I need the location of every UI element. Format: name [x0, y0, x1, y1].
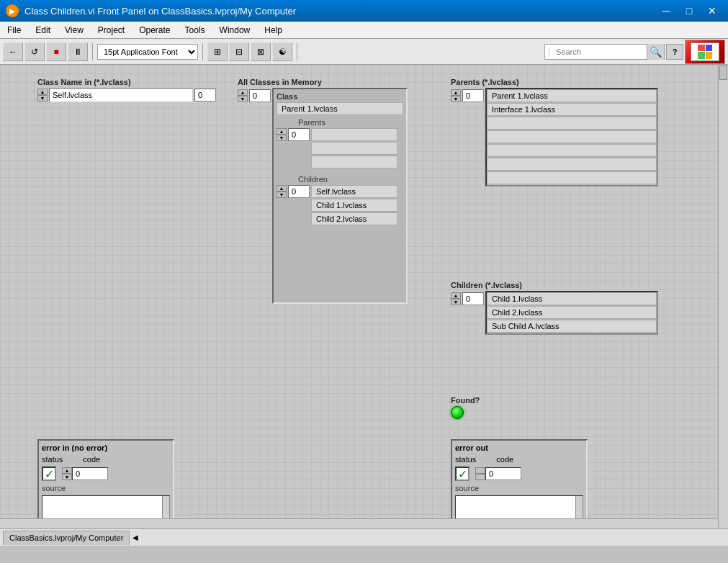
app-icon: ▶: [6, 4, 19, 17]
close-button[interactable]: ✕: [702, 4, 722, 18]
child-out-1[interactable]: Child 2.lvclass: [487, 306, 657, 319]
found-label: Found?: [451, 396, 480, 405]
parents-inner-up[interactable]: ▲: [277, 128, 287, 135]
parent-out-4[interactable]: [487, 144, 657, 157]
all-classes-label: All Classes in Memory: [238, 78, 410, 86]
error-out-code-down-placeholder: [475, 474, 485, 480]
menu-window[interactable]: Window: [212, 22, 258, 38]
all-classes-up-arrow[interactable]: ▲: [238, 89, 248, 96]
class-inner-label: Class: [277, 92, 403, 101]
error-in-code-down[interactable]: ▼: [62, 474, 72, 480]
search-input[interactable]: [553, 48, 647, 56]
menu-project[interactable]: Project: [91, 22, 132, 38]
children-out-arrows[interactable]: ▲ ▼: [451, 292, 461, 305]
parents-out-arrows[interactable]: ▲ ▼: [451, 89, 461, 102]
children-inner-numeric[interactable]: 0: [288, 185, 310, 198]
child-out-0[interactable]: Child 1.lvclass: [487, 292, 657, 305]
children-inner-label: Children: [298, 175, 403, 184]
menu-view[interactable]: View: [58, 22, 91, 38]
parent-out-0[interactable]: Parent 1.lvclass: [487, 89, 657, 102]
stop-button[interactable]: ■: [46, 42, 66, 61]
scroll-thumb[interactable]: [719, 66, 727, 80]
children-out-numeric[interactable]: 0: [462, 292, 484, 305]
all-classes-numeric-arrows[interactable]: ▲ ▼: [238, 89, 248, 102]
menu-operate[interactable]: Operate: [132, 22, 177, 38]
children-out-up[interactable]: ▲: [451, 292, 461, 299]
child-inner-item-2[interactable]: Child 2.lvclass: [311, 212, 397, 225]
error-in-status-label: status: [42, 455, 63, 464]
children-inner-arrows[interactable]: ▲ ▼: [277, 185, 287, 198]
resize-button[interactable]: ⊠: [251, 42, 271, 61]
class-name-numeric[interactable]: 0: [194, 89, 216, 102]
error-out-row: status code: [455, 455, 583, 464]
child-out-2[interactable]: Sub Child A.lvclass: [487, 320, 657, 333]
children-out-label: Children (*.lvclass): [451, 281, 660, 289]
children-inner-down[interactable]: ▼: [277, 192, 287, 198]
parents-out-control: ▲ ▼ 0 Parent 1.lvclass Interface 1.lvcla…: [451, 88, 660, 186]
error-out-source-label: source: [455, 484, 583, 492]
error-out-values: ✓ 0: [455, 467, 583, 481]
minimize-button[interactable]: ─: [656, 4, 676, 18]
parent-out-2[interactable]: [487, 117, 657, 130]
parent-out-1[interactable]: Interface 1.lvclass: [487, 103, 657, 116]
parents-out-list: Parent 1.lvclass Interface 1.lvclass: [485, 88, 658, 186]
separator-1: [92, 43, 93, 60]
class-name-value[interactable]: Self.lvclass: [49, 88, 193, 102]
parents-out-down[interactable]: ▼: [451, 96, 461, 102]
children-out-down[interactable]: ▼: [451, 299, 461, 305]
menu-tools[interactable]: Tools: [178, 22, 212, 38]
parent-out-6[interactable]: [487, 171, 657, 184]
parent-inner-item-2[interactable]: [311, 156, 397, 168]
search-divider: |: [545, 48, 553, 55]
error-in-code-arrows[interactable]: ▲ ▼: [62, 467, 72, 480]
class-name-control: ▲ ▼ Self.lvclass 0: [37, 88, 216, 102]
all-classes-down-arrow[interactable]: ▼: [238, 96, 248, 102]
run-back-button[interactable]: ←: [3, 42, 23, 61]
error-out-code-arrows: [475, 467, 485, 480]
main-scrollbar-vertical[interactable]: [718, 65, 728, 528]
parents-inner-numeric[interactable]: 0: [288, 128, 310, 141]
child-inner-item-0[interactable]: Self.lvclass: [311, 185, 397, 198]
children-out-list: Child 1.lvclass Child 2.lvclass Sub Chil…: [485, 291, 658, 335]
toolbar: ← ↺ ■ ⏸ 15pt Application Font ⊞ ⊟ ⊠ ☯ | …: [0, 39, 728, 65]
class-name-up-arrow[interactable]: ▲: [37, 89, 48, 95]
children-inner-up[interactable]: ▲: [277, 185, 287, 192]
font-select[interactable]: 15pt Application Font: [97, 44, 198, 60]
reorder-button[interactable]: ☯: [272, 42, 292, 61]
status-project-tab[interactable]: ClassBasics.lvproj/My Computer: [3, 531, 130, 545]
class-inner-value[interactable]: Parent 1.lvclass: [277, 102, 403, 115]
error-in-code-up[interactable]: ▲: [62, 467, 72, 474]
help-button[interactable]: ?: [666, 44, 683, 60]
parents-inner-down[interactable]: ▼: [277, 135, 287, 141]
parents-out-up[interactable]: ▲: [451, 89, 461, 96]
status-tab-label: ClassBasics.lvproj/My Computer: [9, 533, 123, 542]
main-scrollbar-horizontal[interactable]: [0, 518, 718, 528]
parent-out-3[interactable]: [487, 130, 657, 143]
parent-out-5[interactable]: [487, 158, 657, 171]
class-name-down-arrow[interactable]: ▼: [37, 95, 48, 102]
menu-help[interactable]: Help: [257, 22, 289, 38]
menu-edit[interactable]: Edit: [28, 22, 58, 38]
parent-inner-item-1[interactable]: [311, 142, 397, 155]
distribute-button[interactable]: ⊟: [229, 42, 249, 61]
status-arrow[interactable]: ◀: [132, 533, 138, 541]
search-button[interactable]: 🔍: [647, 44, 664, 60]
maximize-button[interactable]: □: [679, 4, 699, 18]
error-out-code-label: code: [496, 455, 513, 464]
class-name-numeric-arrows[interactable]: ▲ ▼: [37, 89, 48, 102]
children-out-section: Children (*.lvclass) ▲ ▼ 0 Child 1.lvcla…: [451, 281, 660, 335]
run-button[interactable]: ↺: [24, 42, 45, 61]
error-out-status-check: ✓: [455, 467, 469, 481]
error-out-code-control: 0: [475, 467, 521, 480]
parent-inner-item-0[interactable]: [311, 128, 397, 141]
menu-file[interactable]: File: [0, 22, 28, 38]
error-in-row: status code: [42, 455, 170, 464]
parents-inner-arrows[interactable]: ▲ ▼: [277, 128, 287, 141]
error-in-values: ✓ ▲ ▼ 0: [42, 467, 170, 481]
parents-out-numeric[interactable]: 0: [462, 89, 484, 102]
pause-button[interactable]: ⏸: [68, 42, 88, 61]
error-in-code-value[interactable]: 0: [72, 467, 108, 480]
align-button[interactable]: ⊞: [207, 42, 228, 61]
child-inner-item-1[interactable]: Child 1.lvclass: [311, 199, 397, 212]
all-classes-numeric[interactable]: 0: [249, 89, 271, 102]
